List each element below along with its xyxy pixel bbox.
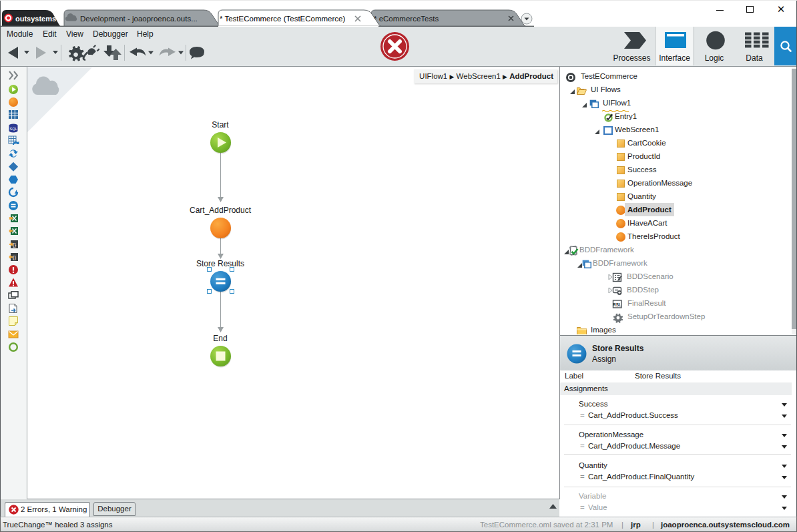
svg-text:{}: {} bbox=[13, 254, 17, 260]
svg-text:RSL: RSL bbox=[613, 302, 621, 307]
svg-text:{}: {} bbox=[13, 242, 17, 248]
svg-text:SQL: SQL bbox=[9, 127, 17, 131]
